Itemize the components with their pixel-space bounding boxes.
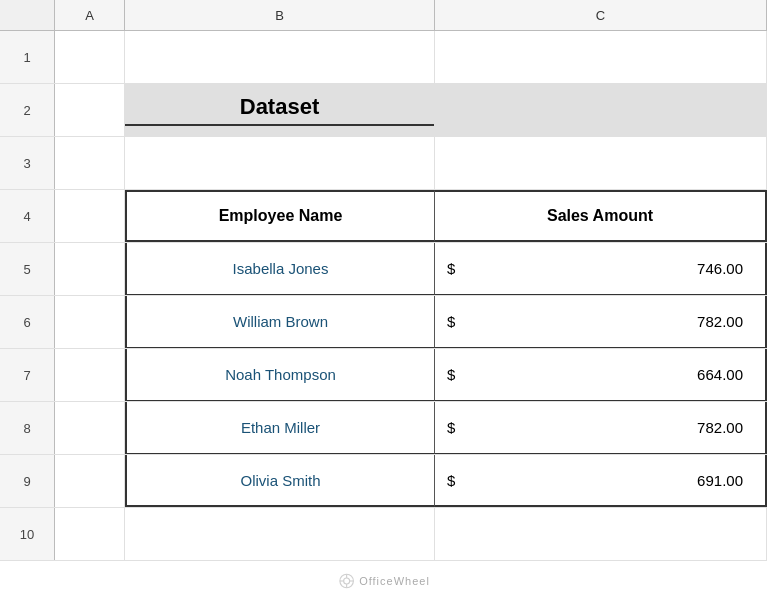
- row-3: 3: [0, 137, 767, 190]
- sales-amount-6: $ 782.00: [435, 313, 765, 330]
- col-header-b: B: [125, 0, 435, 30]
- dollar-9: $: [447, 472, 455, 489]
- cell-6b[interactable]: William Brown: [125, 296, 435, 348]
- cell-8c[interactable]: $ 782.00: [435, 402, 767, 454]
- amount-5: 746.00: [697, 260, 753, 277]
- employee-name-8: Ethan Miller: [127, 419, 434, 436]
- watermark-text: OfficeWheel: [359, 575, 430, 587]
- employee-name-5: Isabella Jones: [127, 260, 434, 277]
- cell-5a[interactable]: [55, 243, 125, 295]
- row-number-9[interactable]: 9: [0, 455, 55, 507]
- cell-5c[interactable]: $ 746.00: [435, 243, 767, 295]
- col-headers-row: A B C: [0, 0, 767, 31]
- row-number-2[interactable]: 2: [0, 84, 55, 136]
- cell-9c[interactable]: $ 691.00: [435, 455, 767, 507]
- cell-5b[interactable]: Isabella Jones: [125, 243, 435, 295]
- cell-7b[interactable]: Noah Thompson: [125, 349, 435, 401]
- dollar-8: $: [447, 419, 455, 436]
- cell-7a[interactable]: [55, 349, 125, 401]
- cell-1c[interactable]: [435, 31, 767, 83]
- row-2: 2 Dataset: [0, 84, 767, 137]
- row-number-7[interactable]: 7: [0, 349, 55, 401]
- col-header-c: C: [435, 0, 767, 30]
- row-1: 1: [0, 31, 767, 84]
- dataset-title: Dataset: [125, 94, 434, 126]
- svg-point-1: [343, 578, 349, 584]
- row-7: 7 Noah Thompson $ 664.00: [0, 349, 767, 402]
- employee-name-7: Noah Thompson: [127, 366, 434, 383]
- row-number-1[interactable]: 1: [0, 31, 55, 83]
- sales-amount-5: $ 746.00: [435, 260, 765, 277]
- cell-1a[interactable]: [55, 31, 125, 83]
- row-10: 10: [0, 508, 767, 561]
- row-6: 6 William Brown $ 782.00: [0, 296, 767, 349]
- cell-2b[interactable]: Dataset: [125, 84, 435, 136]
- watermark: OfficeWheel: [337, 572, 430, 590]
- row-5: 5 Isabella Jones $ 746.00: [0, 243, 767, 296]
- rows-container: 1 2 Dataset 3 4 Employee Name: [0, 31, 767, 600]
- cell-9b[interactable]: Olivia Smith: [125, 455, 435, 507]
- cell-4c-header[interactable]: Sales Amount: [435, 190, 767, 242]
- cell-2c[interactable]: [435, 84, 767, 136]
- row-4: 4 Employee Name Sales Amount: [0, 190, 767, 243]
- row-number-10[interactable]: 10: [0, 508, 55, 560]
- row-number-5[interactable]: 5: [0, 243, 55, 295]
- cell-10b[interactable]: [125, 508, 435, 560]
- cell-4a[interactable]: [55, 190, 125, 242]
- employee-name-9: Olivia Smith: [127, 472, 434, 489]
- row-number-6[interactable]: 6: [0, 296, 55, 348]
- spreadsheet: A B C 1 2 Dataset 3 4: [0, 0, 767, 600]
- row-9: 9 Olivia Smith $ 691.00: [0, 455, 767, 508]
- amount-7: 664.00: [697, 366, 753, 383]
- corner-cell: [0, 0, 55, 30]
- row-8: 8 Ethan Miller $ 782.00: [0, 402, 767, 455]
- amount-6: 782.00: [697, 313, 753, 330]
- col-header-a: A: [55, 0, 125, 30]
- sales-amount-8: $ 782.00: [435, 419, 765, 436]
- cell-1b[interactable]: [125, 31, 435, 83]
- cell-7c[interactable]: $ 664.00: [435, 349, 767, 401]
- cell-3c[interactable]: [435, 137, 767, 189]
- cell-6c[interactable]: $ 782.00: [435, 296, 767, 348]
- cell-4b-header[interactable]: Employee Name: [125, 190, 435, 242]
- cell-3a[interactable]: [55, 137, 125, 189]
- employee-name-6: William Brown: [127, 313, 434, 330]
- sales-amount-7: $ 664.00: [435, 366, 765, 383]
- dollar-6: $: [447, 313, 455, 330]
- row-number-4[interactable]: 4: [0, 190, 55, 242]
- dollar-5: $: [447, 260, 455, 277]
- row-number-8[interactable]: 8: [0, 402, 55, 454]
- cell-9a[interactable]: [55, 455, 125, 507]
- dollar-7: $: [447, 366, 455, 383]
- officewheel-icon: [337, 572, 355, 590]
- cell-3b[interactable]: [125, 137, 435, 189]
- amount-9: 691.00: [697, 472, 753, 489]
- cell-10a[interactable]: [55, 508, 125, 560]
- sales-amount-9: $ 691.00: [435, 472, 765, 489]
- amount-8: 782.00: [697, 419, 753, 436]
- row-number-3[interactable]: 3: [0, 137, 55, 189]
- cell-6a[interactable]: [55, 296, 125, 348]
- cell-10c[interactable]: [435, 508, 767, 560]
- cell-8a[interactable]: [55, 402, 125, 454]
- sales-amount-header: Sales Amount: [547, 207, 653, 225]
- employee-name-header: Employee Name: [219, 207, 343, 225]
- cell-8b[interactable]: Ethan Miller: [125, 402, 435, 454]
- cell-2a[interactable]: [55, 84, 125, 136]
